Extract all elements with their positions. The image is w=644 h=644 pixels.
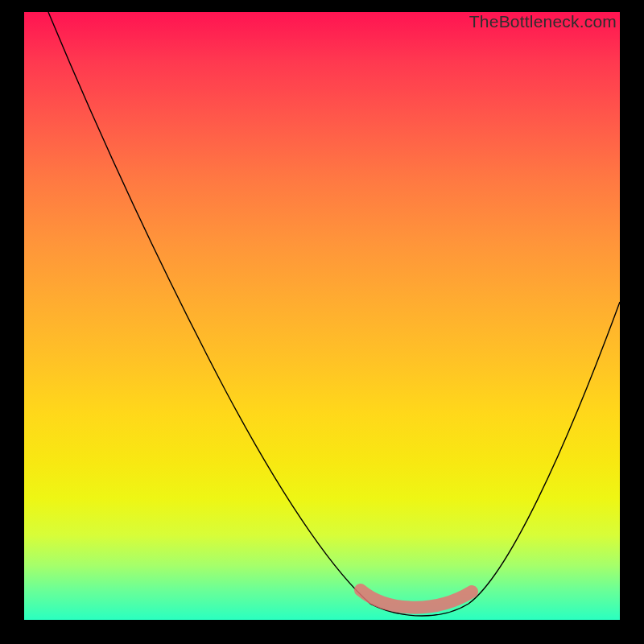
chart-plot-area: TheBottleneck.com [24,12,620,620]
bump-highlight [361,590,472,608]
chart-svg [24,12,620,620]
curve-right-branch [370,302,620,616]
curve-left-branch [48,12,370,604]
